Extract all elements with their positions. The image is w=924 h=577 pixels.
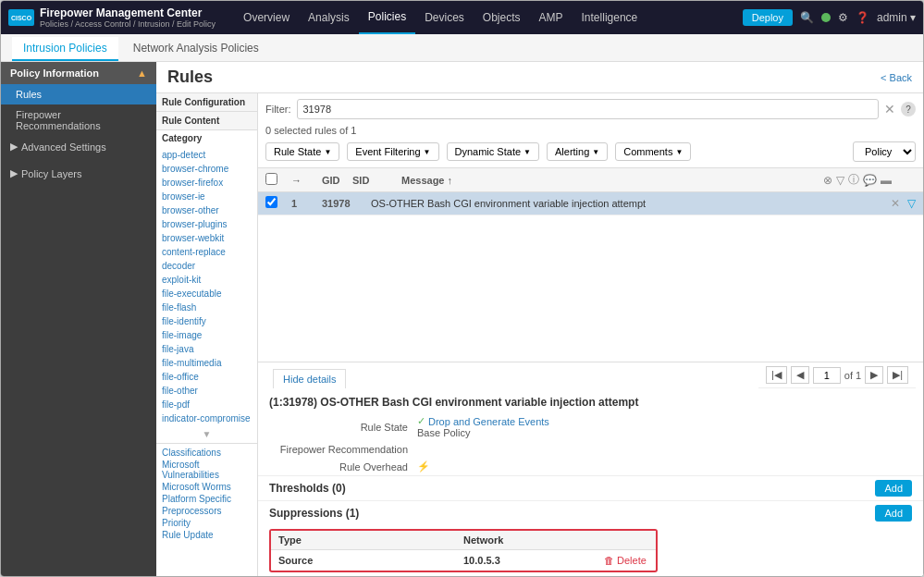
cat-file-identify[interactable]: file-identify <box>156 314 257 328</box>
nav-overview[interactable]: Overview <box>234 1 299 34</box>
rule-state-value: ✓ Drop and Generate Events Base Policy <box>417 415 912 438</box>
nav-amp[interactable]: AMP <box>530 1 573 34</box>
page-of-label: of 1 <box>844 370 861 381</box>
cat-file-executable[interactable]: file-executable <box>156 287 257 301</box>
cat-browser-firefox[interactable]: browser-firefox <box>156 176 257 190</box>
filter-input[interactable] <box>297 99 880 119</box>
sidebar-item-firepower-recommendations[interactable]: Firepower Recommendations <box>1 104 156 136</box>
scroll-indicator: ▼ <box>156 427 257 441</box>
cat-browser-ie[interactable]: browser-ie <box>156 190 257 203</box>
row-checkbox[interactable] <box>265 196 277 208</box>
cat-browser-webkit[interactable]: browser-webkit <box>156 231 257 245</box>
rules-table-area: → GID SID Message ↑ ⊗ ▽ ⓘ 💬 ▬ <box>258 168 923 362</box>
info-icon[interactable]: ⓘ <box>848 172 859 188</box>
cat-browser-plugins[interactable]: browser-plugins <box>156 217 257 231</box>
sidebar-item-rules[interactable]: Rules <box>1 84 156 104</box>
help-icon[interactable]: ❓ <box>856 11 869 24</box>
rule-content-link[interactable]: Rule Content <box>162 116 219 126</box>
cat-file-other[interactable]: file-other <box>156 384 257 398</box>
filter-clear-icon[interactable]: ✕ <box>884 102 895 117</box>
tab-intrusion-policies[interactable]: Intrusion Policies <box>12 37 118 61</box>
last-page-btn[interactable]: ▶| <box>887 366 908 384</box>
user-menu[interactable]: admin ▾ <box>877 11 916 24</box>
nav-analysis[interactable]: Analysis <box>299 1 359 34</box>
funnel-icon[interactable]: ▽ <box>836 174 844 187</box>
nav-devices[interactable]: Devices <box>415 1 474 34</box>
filter-info-row: 0 selected rules of 1 <box>265 125 916 136</box>
row-message[interactable]: OS-OTHER Bash CGI environment variable i… <box>371 198 883 209</box>
suppress-table-row: Source 10.0.5.3 🗑 Delete <box>271 550 656 571</box>
cat-file-pdf[interactable]: file-pdf <box>156 398 257 411</box>
rules-panel: Filter: ✕ ? 0 selected rules of 1 Rule S… <box>258 93 923 576</box>
sidebar-item-policy-layers[interactable]: ▶ Policy Layers <box>1 163 156 184</box>
sidebar-item-advanced-settings[interactable]: ▶ Advanced Settings <box>1 136 156 157</box>
back-link[interactable]: < Back <box>881 72 912 83</box>
delete-suppression-link[interactable]: 🗑 Delete <box>604 555 647 566</box>
cat-priority[interactable]: Priority <box>162 517 252 529</box>
tag-icon[interactable]: ▬ <box>881 174 892 187</box>
policy-information-header: Policy Information ▲ <box>1 62 156 84</box>
cat-microsoft-worms[interactable]: Microsoft Worms <box>162 481 252 493</box>
cat-file-office[interactable]: file-office <box>156 370 257 384</box>
dynamic-state-dropdown[interactable]: Dynamic State <box>447 142 539 161</box>
add-threshold-btn[interactable]: Add <box>875 480 912 497</box>
cat-indicator-compromise[interactable]: indicator-compromise <box>156 411 257 425</box>
rule-config-link[interactable]: Rule Configuration <box>162 97 245 107</box>
cat-browser-chrome[interactable]: browser-chrome <box>156 162 257 176</box>
event-filtering-dropdown[interactable]: Event Filtering <box>347 142 438 161</box>
cat-preprocessors[interactable]: Preprocessors <box>162 505 252 517</box>
cat-classifications[interactable]: Classifications <box>162 447 252 459</box>
add-suppression-btn[interactable]: Add <box>875 505 912 522</box>
cat-file-java[interactable]: file-java <box>156 342 257 356</box>
nav-intelligence[interactable]: Intelligence <box>573 1 647 34</box>
tab-network-analysis-policies[interactable]: Network Analysis Policies <box>122 37 270 61</box>
rule-state-dropdown[interactable]: Rule State <box>265 142 339 161</box>
chevron-right-icon: ▶ <box>10 141 18 153</box>
suppressions-label: Suppressions (1) <box>269 507 359 520</box>
prev-page-btn[interactable]: ◀ <box>791 366 809 384</box>
policy-dropdown[interactable]: Policy <box>853 141 916 162</box>
cat-file-flash[interactable]: file-flash <box>156 301 257 314</box>
app-title: Firepower Management Center <box>40 6 216 19</box>
cat-rule-update[interactable]: Rule Update <box>162 529 252 541</box>
suppressions-section: Suppressions (1) Add <box>258 500 923 525</box>
block-icon[interactable]: ⊗ <box>823 174 832 187</box>
drop-generate-link[interactable]: ✓ Drop and Generate Events <box>417 415 912 427</box>
sid-col-header[interactable]: SID <box>352 175 394 186</box>
rule-state-row: Rule State ✓ Drop and Generate Events Ba… <box>258 412 923 441</box>
nav-policies[interactable]: Policies <box>359 1 415 34</box>
cat-microsoft-vulnerabilities[interactable]: Microsoft Vulnerabilities <box>162 459 252 481</box>
cat-browser-other[interactable]: browser-other <box>156 203 257 217</box>
cat-file-image[interactable]: file-image <box>156 328 257 342</box>
row-clear-icon[interactable]: ✕ <box>891 197 900 210</box>
rules-body: 1 31978 OS-OTHER Bash CGI environment va… <box>258 192 923 362</box>
table-row[interactable]: 1 31978 OS-OTHER Bash CGI environment va… <box>258 192 923 215</box>
alerting-dropdown[interactable]: Alerting <box>547 142 608 161</box>
cat-decoder[interactable]: decoder <box>156 259 257 273</box>
message-col-header[interactable]: Message ↑ <box>401 175 816 186</box>
comments-dropdown[interactable]: Comments <box>615 142 691 161</box>
nav-objects[interactable]: Objects <box>474 1 530 34</box>
first-page-btn[interactable]: |◀ <box>766 366 787 384</box>
search-icon[interactable]: 🔍 <box>800 11 814 24</box>
cat-file-multimedia[interactable]: file-multimedia <box>156 356 257 370</box>
cat-content-replace[interactable]: content-replace <box>156 245 257 259</box>
row-filter-icon[interactable]: ▽ <box>907 197 916 210</box>
comment-icon[interactable]: 💬 <box>863 174 877 187</box>
next-page-btn[interactable]: ▶ <box>865 366 883 384</box>
cat-platform-specific[interactable]: Platform Specific <box>162 493 252 505</box>
rule-overhead-label: Rule Overhead <box>269 461 417 473</box>
select-all-checkbox[interactable] <box>265 173 277 185</box>
page-input[interactable] <box>813 367 841 384</box>
gid-col-header[interactable]: GID <box>322 175 345 186</box>
hide-details-tab[interactable]: Hide details <box>273 369 346 388</box>
thresholds-section: Thresholds (0) Add <box>258 475 923 500</box>
network-col-header: Network <box>463 534 593 546</box>
row-checkbox-col <box>265 196 284 211</box>
filter-help-icon[interactable]: ? <box>901 102 916 117</box>
cat-app-detect[interactable]: app-detect <box>156 148 257 162</box>
rule-detail-title: (1:31978) OS-OTHER Bash CGI environment … <box>258 388 923 412</box>
cat-exploit-kit[interactable]: exploit-kit <box>156 273 257 287</box>
gear-icon[interactable]: ⚙ <box>838 11 848 24</box>
deploy-button[interactable]: Deploy <box>743 9 793 26</box>
